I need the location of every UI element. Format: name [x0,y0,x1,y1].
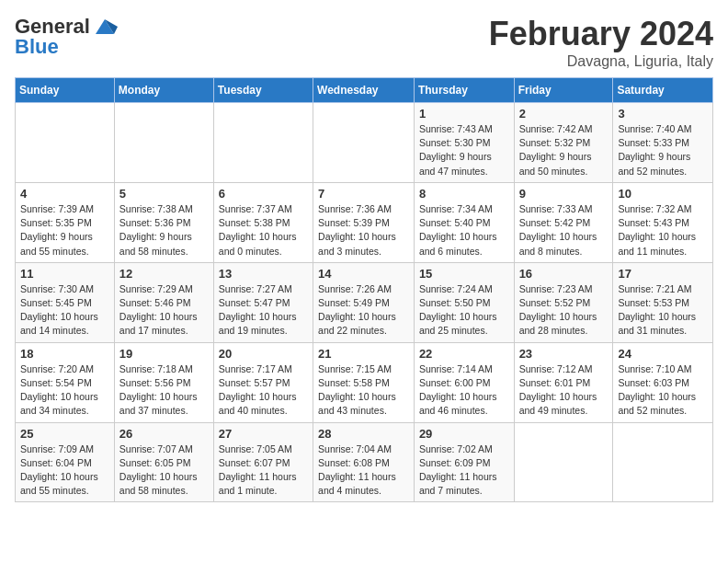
day-number: 21 [318,347,409,361]
day-number: 11 [20,267,109,281]
calendar-cell: 25Sunrise: 7:09 AM Sunset: 6:04 PM Dayli… [16,422,115,502]
day-info: Sunrise: 7:33 AM Sunset: 5:42 PM Dayligh… [519,202,609,259]
calendar-cell: 16Sunrise: 7:23 AM Sunset: 5:52 PM Dayli… [514,262,613,342]
calendar-cell: 5Sunrise: 7:38 AM Sunset: 5:36 PM Daylig… [114,182,213,262]
header-day-saturday: Saturday [613,78,713,103]
calendar-cell: 7Sunrise: 7:36 AM Sunset: 5:39 PM Daylig… [313,182,415,262]
logo-icon [92,17,118,36]
header-day-sunday: Sunday [16,78,115,103]
day-number: 13 [219,267,308,281]
day-number: 25 [20,427,109,441]
calendar-cell: 13Sunrise: 7:27 AM Sunset: 5:47 PM Dayli… [213,262,313,342]
day-info: Sunrise: 7:17 AM Sunset: 5:57 PM Dayligh… [219,362,308,419]
calendar-cell: 15Sunrise: 7:24 AM Sunset: 5:50 PM Dayli… [414,262,514,342]
day-info: Sunrise: 7:38 AM Sunset: 5:36 PM Dayligh… [119,202,209,259]
page-header: General Blue February 2024 Davagna, Ligu… [15,15,713,70]
day-info: Sunrise: 7:09 AM Sunset: 6:04 PM Dayligh… [20,442,109,499]
day-number: 9 [519,187,609,201]
calendar-cell: 22Sunrise: 7:14 AM Sunset: 6:00 PM Dayli… [414,342,514,422]
calendar-cell: 28Sunrise: 7:04 AM Sunset: 6:08 PM Dayli… [313,422,415,502]
day-info: Sunrise: 7:36 AM Sunset: 5:39 PM Dayligh… [318,202,409,259]
header-day-tuesday: Tuesday [213,78,313,103]
calendar-cell: 21Sunrise: 7:15 AM Sunset: 5:58 PM Dayli… [313,342,415,422]
day-number: 17 [618,267,708,281]
day-info: Sunrise: 7:39 AM Sunset: 5:35 PM Dayligh… [20,202,109,259]
day-number: 15 [419,267,509,281]
day-info: Sunrise: 7:32 AM Sunset: 5:43 PM Dayligh… [618,202,708,259]
header-day-friday: Friday [514,78,613,103]
day-info: Sunrise: 7:15 AM Sunset: 5:58 PM Dayligh… [318,362,409,419]
day-number: 22 [419,347,509,361]
calendar-cell: 18Sunrise: 7:20 AM Sunset: 5:54 PM Dayli… [16,342,115,422]
day-info: Sunrise: 7:04 AM Sunset: 6:08 PM Dayligh… [318,442,409,499]
calendar-week-2: 4Sunrise: 7:39 AM Sunset: 5:35 PM Daylig… [16,182,713,262]
calendar-cell: 2Sunrise: 7:42 AM Sunset: 5:32 PM Daylig… [514,103,613,183]
header-day-monday: Monday [114,78,213,103]
calendar-cell [16,103,115,183]
logo: General Blue [15,15,118,59]
day-number: 2 [519,107,609,121]
day-info: Sunrise: 7:37 AM Sunset: 5:38 PM Dayligh… [219,202,308,259]
title-block: February 2024 Davagna, Liguria, Italy [489,15,713,70]
calendar-cell: 29Sunrise: 7:02 AM Sunset: 6:09 PM Dayli… [414,422,514,502]
calendar-cell: 9Sunrise: 7:33 AM Sunset: 5:42 PM Daylig… [514,182,613,262]
calendar-cell [613,422,713,502]
day-number: 7 [318,187,409,201]
day-number: 12 [119,267,209,281]
day-number: 20 [219,347,308,361]
day-number: 1 [419,107,509,121]
calendar-table: SundayMondayTuesdayWednesdayThursdayFrid… [15,77,713,502]
day-info: Sunrise: 7:14 AM Sunset: 6:00 PM Dayligh… [419,362,509,419]
calendar-cell [313,103,415,183]
day-number: 8 [419,187,509,201]
day-info: Sunrise: 7:21 AM Sunset: 5:53 PM Dayligh… [618,282,708,339]
calendar-cell: 17Sunrise: 7:21 AM Sunset: 5:53 PM Dayli… [613,262,713,342]
day-number: 18 [20,347,109,361]
day-number: 10 [618,187,708,201]
calendar-week-3: 11Sunrise: 7:30 AM Sunset: 5:45 PM Dayli… [16,262,713,342]
calendar-cell: 19Sunrise: 7:18 AM Sunset: 5:56 PM Dayli… [114,342,213,422]
calendar-cell: 12Sunrise: 7:29 AM Sunset: 5:46 PM Dayli… [114,262,213,342]
day-info: Sunrise: 7:29 AM Sunset: 5:46 PM Dayligh… [119,282,209,339]
calendar-subtitle: Davagna, Liguria, Italy [489,53,713,70]
day-info: Sunrise: 7:10 AM Sunset: 6:03 PM Dayligh… [618,362,708,419]
calendar-cell: 4Sunrise: 7:39 AM Sunset: 5:35 PM Daylig… [16,182,115,262]
day-number: 6 [219,187,308,201]
day-number: 19 [119,347,209,361]
calendar-cell: 8Sunrise: 7:34 AM Sunset: 5:40 PM Daylig… [414,182,514,262]
day-number: 16 [519,267,609,281]
header-day-thursday: Thursday [414,78,514,103]
calendar-cell: 11Sunrise: 7:30 AM Sunset: 5:45 PM Dayli… [16,262,115,342]
calendar-cell: 23Sunrise: 7:12 AM Sunset: 6:01 PM Dayli… [514,342,613,422]
calendar-week-4: 18Sunrise: 7:20 AM Sunset: 5:54 PM Dayli… [16,342,713,422]
calendar-cell [514,422,613,502]
day-info: Sunrise: 7:27 AM Sunset: 5:47 PM Dayligh… [219,282,308,339]
day-number: 5 [119,187,209,201]
calendar-cell [213,103,313,183]
day-info: Sunrise: 7:20 AM Sunset: 5:54 PM Dayligh… [20,362,109,419]
day-info: Sunrise: 7:42 AM Sunset: 5:32 PM Dayligh… [519,122,609,178]
calendar-week-5: 25Sunrise: 7:09 AM Sunset: 6:04 PM Dayli… [16,422,713,502]
day-number: 24 [618,347,708,361]
calendar-cell [114,103,213,183]
day-number: 27 [219,427,308,441]
calendar-cell: 27Sunrise: 7:05 AM Sunset: 6:07 PM Dayli… [213,422,313,502]
day-info: Sunrise: 7:05 AM Sunset: 6:07 PM Dayligh… [219,442,308,499]
day-info: Sunrise: 7:26 AM Sunset: 5:49 PM Dayligh… [318,282,409,339]
day-info: Sunrise: 7:34 AM Sunset: 5:40 PM Dayligh… [419,202,509,259]
day-number: 14 [318,267,409,281]
header-day-wednesday: Wednesday [313,78,415,103]
calendar-title: February 2024 [489,15,713,53]
calendar-week-1: 1Sunrise: 7:43 AM Sunset: 5:30 PM Daylig… [16,103,713,183]
day-info: Sunrise: 7:12 AM Sunset: 6:01 PM Dayligh… [519,362,609,419]
day-number: 3 [618,107,708,121]
day-number: 28 [318,427,409,441]
day-info: Sunrise: 7:40 AM Sunset: 5:33 PM Dayligh… [618,122,708,178]
day-info: Sunrise: 7:18 AM Sunset: 5:56 PM Dayligh… [119,362,209,419]
calendar-cell: 6Sunrise: 7:37 AM Sunset: 5:38 PM Daylig… [213,182,313,262]
day-number: 23 [519,347,609,361]
day-info: Sunrise: 7:30 AM Sunset: 5:45 PM Dayligh… [20,282,109,339]
day-number: 4 [20,187,109,201]
calendar-cell: 20Sunrise: 7:17 AM Sunset: 5:57 PM Dayli… [213,342,313,422]
calendar-cell: 26Sunrise: 7:07 AM Sunset: 6:05 PM Dayli… [114,422,213,502]
